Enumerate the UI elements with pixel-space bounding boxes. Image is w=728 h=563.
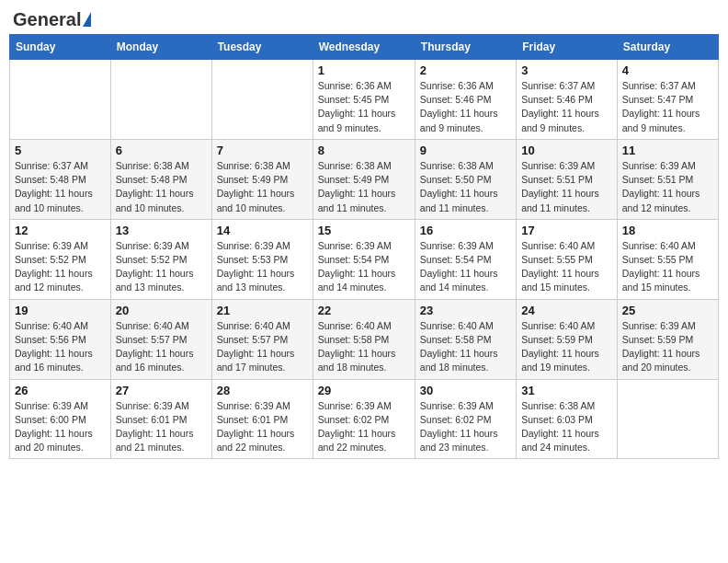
calendar-cell: 30Sunrise: 6:39 AMSunset: 6:02 PMDayligh… (415, 379, 516, 459)
column-header-sunday: Sunday (10, 35, 111, 60)
day-info: Sunrise: 6:40 AMSunset: 5:57 PMDaylight:… (217, 319, 308, 375)
calendar-cell: 16Sunrise: 6:39 AMSunset: 5:54 PMDayligh… (415, 219, 516, 299)
day-number: 25 (622, 304, 713, 317)
calendar-cell: 10Sunrise: 6:39 AMSunset: 5:51 PMDayligh… (517, 139, 618, 219)
column-header-tuesday: Tuesday (211, 35, 313, 60)
logo: General (13, 9, 91, 27)
day-info: Sunrise: 6:39 AMSunset: 5:52 PMDaylight:… (15, 239, 106, 295)
day-info: Sunrise: 6:38 AMSunset: 6:03 PMDaylight:… (521, 399, 612, 455)
calendar-cell: 21Sunrise: 6:40 AMSunset: 5:57 PMDayligh… (211, 299, 313, 379)
day-number: 3 (521, 63, 612, 77)
day-info: Sunrise: 6:39 AMSunset: 6:00 PMDaylight:… (15, 399, 106, 455)
column-header-thursday: Thursday (415, 35, 516, 60)
day-number: 4 (622, 63, 713, 77)
calendar-week-1: 1Sunrise: 6:36 AMSunset: 5:45 PMDaylight… (10, 60, 719, 140)
day-info: Sunrise: 6:39 AMSunset: 5:51 PMDaylight:… (622, 159, 713, 215)
day-number: 11 (622, 144, 713, 157)
day-info: Sunrise: 6:39 AMSunset: 5:53 PMDaylight:… (217, 239, 308, 295)
calendar-cell: 25Sunrise: 6:39 AMSunset: 5:59 PMDayligh… (617, 299, 718, 379)
calendar-cell: 5Sunrise: 6:37 AMSunset: 5:48 PMDaylight… (10, 139, 111, 219)
day-info: Sunrise: 6:40 AMSunset: 5:57 PMDaylight:… (116, 319, 207, 375)
day-info: Sunrise: 6:40 AMSunset: 5:59 PMDaylight:… (521, 319, 612, 375)
calendar-cell: 29Sunrise: 6:39 AMSunset: 6:02 PMDayligh… (313, 379, 415, 459)
day-number: 28 (217, 384, 308, 397)
day-number: 17 (521, 224, 612, 237)
day-number: 5 (15, 144, 106, 157)
calendar-cell: 1Sunrise: 6:36 AMSunset: 5:45 PMDaylight… (313, 60, 415, 140)
calendar-week-3: 12Sunrise: 6:39 AMSunset: 5:52 PMDayligh… (10, 219, 719, 299)
day-number: 19 (15, 304, 106, 317)
day-info: Sunrise: 6:37 AMSunset: 5:48 PMDaylight:… (15, 159, 106, 215)
day-number: 18 (622, 224, 713, 237)
day-info: Sunrise: 6:39 AMSunset: 6:01 PMDaylight:… (116, 399, 207, 455)
calendar-cell: 24Sunrise: 6:40 AMSunset: 5:59 PMDayligh… (517, 299, 618, 379)
calendar-cell: 9Sunrise: 6:38 AMSunset: 5:50 PMDaylight… (415, 139, 516, 219)
column-header-saturday: Saturday (617, 35, 718, 60)
day-number: 12 (15, 224, 106, 237)
day-number: 26 (15, 384, 106, 397)
day-info: Sunrise: 6:37 AMSunset: 5:46 PMDaylight:… (521, 79, 612, 135)
day-number: 29 (318, 384, 410, 397)
day-number: 7 (217, 144, 308, 157)
day-info: Sunrise: 6:40 AMSunset: 5:58 PMDaylight:… (318, 319, 410, 375)
calendar-cell: 13Sunrise: 6:39 AMSunset: 5:52 PMDayligh… (110, 219, 211, 299)
calendar-cell: 18Sunrise: 6:40 AMSunset: 5:55 PMDayligh… (617, 219, 718, 299)
day-number: 20 (116, 304, 207, 317)
calendar-cell: 22Sunrise: 6:40 AMSunset: 5:58 PMDayligh… (313, 299, 415, 379)
day-info: Sunrise: 6:39 AMSunset: 5:59 PMDaylight:… (622, 319, 713, 375)
logo-triangle-icon (83, 12, 91, 27)
calendar-cell: 12Sunrise: 6:39 AMSunset: 5:52 PMDayligh… (10, 219, 111, 299)
day-number: 9 (420, 144, 511, 157)
calendar-cell: 26Sunrise: 6:39 AMSunset: 6:00 PMDayligh… (10, 379, 111, 459)
day-info: Sunrise: 6:39 AMSunset: 6:02 PMDaylight:… (318, 399, 410, 455)
day-number: 27 (116, 384, 207, 397)
day-number: 22 (318, 304, 410, 317)
day-number: 2 (420, 63, 511, 77)
calendar-cell: 8Sunrise: 6:38 AMSunset: 5:49 PMDaylight… (313, 139, 415, 219)
calendar-cell: 19Sunrise: 6:40 AMSunset: 5:56 PMDayligh… (10, 299, 111, 379)
day-number: 1 (318, 63, 410, 77)
calendar-cell (10, 60, 111, 140)
day-number: 8 (318, 144, 410, 157)
day-info: Sunrise: 6:38 AMSunset: 5:49 PMDaylight:… (217, 159, 308, 215)
day-info: Sunrise: 6:40 AMSunset: 5:55 PMDaylight:… (521, 239, 612, 295)
calendar-cell: 31Sunrise: 6:38 AMSunset: 6:03 PMDayligh… (517, 379, 618, 459)
calendar-cell (110, 60, 211, 140)
day-number: 30 (420, 384, 511, 397)
page-header: General (9, 9, 719, 27)
day-number: 6 (116, 144, 207, 157)
calendar-cell (617, 379, 718, 459)
calendar-cell: 14Sunrise: 6:39 AMSunset: 5:53 PMDayligh… (211, 219, 313, 299)
calendar-cell: 20Sunrise: 6:40 AMSunset: 5:57 PMDayligh… (110, 299, 211, 379)
day-number: 24 (521, 304, 612, 317)
column-header-friday: Friday (517, 35, 618, 60)
day-info: Sunrise: 6:39 AMSunset: 6:01 PMDaylight:… (217, 399, 308, 455)
calendar-cell: 7Sunrise: 6:38 AMSunset: 5:49 PMDaylight… (211, 139, 313, 219)
day-info: Sunrise: 6:39 AMSunset: 6:02 PMDaylight:… (420, 399, 511, 455)
day-info: Sunrise: 6:36 AMSunset: 5:45 PMDaylight:… (318, 79, 410, 135)
day-info: Sunrise: 6:39 AMSunset: 5:54 PMDaylight:… (420, 239, 511, 295)
calendar-cell: 4Sunrise: 6:37 AMSunset: 5:47 PMDaylight… (617, 60, 718, 140)
day-info: Sunrise: 6:38 AMSunset: 5:49 PMDaylight:… (318, 159, 410, 215)
day-info: Sunrise: 6:40 AMSunset: 5:56 PMDaylight:… (15, 319, 106, 375)
calendar-week-4: 19Sunrise: 6:40 AMSunset: 5:56 PMDayligh… (10, 299, 719, 379)
column-header-monday: Monday (110, 35, 211, 60)
calendar-cell: 2Sunrise: 6:36 AMSunset: 5:46 PMDaylight… (415, 60, 516, 140)
logo-general: General (13, 9, 81, 30)
calendar-cell: 28Sunrise: 6:39 AMSunset: 6:01 PMDayligh… (211, 379, 313, 459)
day-info: Sunrise: 6:38 AMSunset: 5:48 PMDaylight:… (116, 159, 207, 215)
calendar-week-2: 5Sunrise: 6:37 AMSunset: 5:48 PMDaylight… (10, 139, 719, 219)
calendar-cell (211, 60, 313, 140)
calendar-header-row: SundayMondayTuesdayWednesdayThursdayFrid… (10, 35, 719, 60)
column-header-wednesday: Wednesday (313, 35, 415, 60)
calendar-week-5: 26Sunrise: 6:39 AMSunset: 6:00 PMDayligh… (10, 379, 719, 459)
day-info: Sunrise: 6:37 AMSunset: 5:47 PMDaylight:… (622, 79, 713, 135)
day-number: 23 (420, 304, 511, 317)
calendar-cell: 6Sunrise: 6:38 AMSunset: 5:48 PMDaylight… (110, 139, 211, 219)
day-info: Sunrise: 6:39 AMSunset: 5:52 PMDaylight:… (116, 239, 207, 295)
calendar-cell: 3Sunrise: 6:37 AMSunset: 5:46 PMDaylight… (517, 60, 618, 140)
calendar-cell: 11Sunrise: 6:39 AMSunset: 5:51 PMDayligh… (617, 139, 718, 219)
calendar-cell: 17Sunrise: 6:40 AMSunset: 5:55 PMDayligh… (517, 219, 618, 299)
calendar-cell: 15Sunrise: 6:39 AMSunset: 5:54 PMDayligh… (313, 219, 415, 299)
day-number: 13 (116, 224, 207, 237)
